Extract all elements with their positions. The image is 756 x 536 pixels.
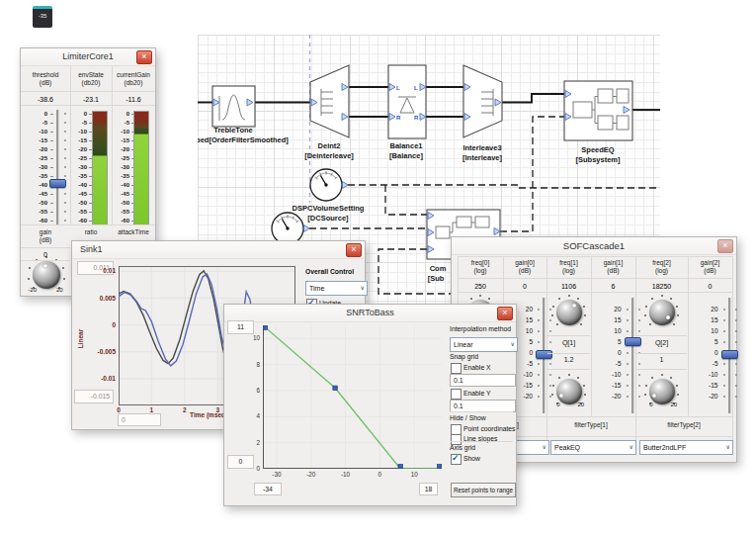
tick-dot bbox=[723, 309, 725, 311]
reset-points-button[interactable]: Reset points to range bbox=[451, 483, 516, 497]
col-unit: (dB) bbox=[21, 79, 70, 87]
block-interleave3[interactable] bbox=[463, 65, 502, 137]
tick-dot bbox=[64, 220, 66, 222]
tick-dot bbox=[538, 341, 540, 343]
curve-line bbox=[263, 325, 442, 469]
filtertype2-dropdown[interactable]: Butter2ndLPF ∨ bbox=[639, 440, 733, 455]
knob[interactable] bbox=[649, 300, 675, 325]
block-deint2[interactable] bbox=[310, 65, 349, 137]
axis-tick-label: 0 bbox=[114, 406, 124, 413]
tick-dot bbox=[627, 330, 629, 332]
envstate-value: -23.1 bbox=[70, 95, 112, 104]
curve-editor-plot[interactable] bbox=[263, 325, 442, 469]
knob-tick-dot bbox=[651, 377, 653, 379]
block-trebletone[interactable] bbox=[212, 86, 255, 127]
close-icon[interactable]: × bbox=[136, 50, 152, 64]
knob[interactable] bbox=[556, 300, 582, 325]
tick-label: -20 bbox=[598, 393, 622, 401]
divider bbox=[21, 91, 155, 92]
gain-slider-thumb[interactable] bbox=[721, 350, 738, 359]
tick-label: -45 bbox=[114, 191, 129, 198]
ymin-field[interactable]: -0.015 bbox=[74, 390, 114, 403]
knob-tick-dot bbox=[580, 323, 582, 325]
divider bbox=[458, 278, 732, 279]
xmin-field[interactable]: -34 bbox=[254, 483, 282, 495]
curve-point[interactable] bbox=[398, 465, 402, 469]
col-value: 0 bbox=[688, 282, 732, 291]
block-speedeq[interactable] bbox=[564, 81, 632, 140]
knob-tick-dot bbox=[28, 278, 30, 280]
tick-mark bbox=[50, 221, 53, 222]
gain-slider-track[interactable] bbox=[631, 298, 634, 413]
tick-dot bbox=[735, 363, 737, 365]
curve-point[interactable] bbox=[263, 325, 267, 329]
divider bbox=[688, 256, 689, 416]
threshold-slider-track[interactable] bbox=[56, 110, 59, 224]
col-value: 6 bbox=[591, 282, 635, 291]
col-unit: (dB) bbox=[591, 267, 635, 275]
tick-label: -35 bbox=[23, 173, 47, 180]
knob-min-label: -20 bbox=[23, 287, 37, 293]
close-icon[interactable]: × bbox=[346, 243, 362, 257]
tick-dot bbox=[627, 363, 629, 365]
ymax-field[interactable]: 11 bbox=[227, 320, 254, 334]
block-balance1[interactable]: L R L R bbox=[388, 65, 426, 138]
enable-y-checkbox[interactable] bbox=[451, 389, 462, 400]
tick-dot bbox=[735, 374, 737, 376]
titlebar[interactable]: SNRToBass × bbox=[224, 305, 516, 322]
titlebar[interactable]: LimiterCore1 × bbox=[21, 48, 155, 66]
tick-dot bbox=[723, 341, 725, 343]
show-checkbox[interactable] bbox=[451, 454, 462, 465]
tick-dot bbox=[64, 202, 66, 204]
titlebar[interactable]: SOFCascade1 × bbox=[452, 237, 736, 255]
tick-dot bbox=[538, 309, 540, 311]
tick-label: -60 bbox=[70, 218, 87, 224]
tick-dot bbox=[538, 385, 540, 387]
divider bbox=[547, 353, 590, 354]
gain-header: gain bbox=[21, 228, 70, 236]
titlebar[interactable]: Sink1 × bbox=[72, 241, 365, 259]
gauge-block[interactable] bbox=[310, 169, 348, 201]
tick-label: -30 bbox=[114, 164, 129, 171]
interp-dropdown[interactable]: Linear ∨ bbox=[450, 337, 518, 352]
divider bbox=[458, 292, 732, 293]
tick-dot bbox=[735, 396, 737, 398]
tick-dot bbox=[64, 131, 66, 133]
col-unit: (log) bbox=[546, 267, 591, 275]
knob-tick-dot bbox=[670, 377, 672, 379]
time-dropdown[interactable]: Time ∨ bbox=[305, 281, 368, 296]
tick-label: -5 bbox=[114, 120, 129, 127]
xmax-field[interactable]: 18 bbox=[419, 483, 438, 495]
divider bbox=[450, 441, 513, 442]
mini-window-badge: -35 bbox=[33, 6, 52, 28]
knob-tick-dot bbox=[661, 374, 663, 376]
xmin-field[interactable]: 0 bbox=[118, 413, 161, 426]
curve-point[interactable] bbox=[333, 386, 337, 390]
ratio-header: ratio bbox=[70, 228, 112, 236]
chevron-down-icon: ∨ bbox=[543, 441, 546, 454]
knob-tick-dot bbox=[577, 298, 579, 300]
tick-label: -20 bbox=[70, 146, 87, 153]
knob-tick-dot bbox=[584, 314, 586, 316]
col-header: gain[1] bbox=[591, 259, 635, 267]
knob-tick-dot bbox=[649, 323, 651, 325]
close-icon[interactable]: × bbox=[717, 239, 733, 253]
q-label: Q[1] bbox=[547, 339, 590, 346]
threshold-slider-thumb[interactable] bbox=[49, 179, 66, 188]
knob-indicator bbox=[559, 394, 563, 398]
knob-tick-dot bbox=[568, 295, 570, 297]
enable-x-checkbox[interactable] bbox=[451, 363, 462, 374]
tick-label: -30 bbox=[70, 164, 87, 171]
tick-mark bbox=[50, 140, 53, 141]
snap-x-field[interactable]: 0.1 bbox=[450, 374, 516, 387]
tick-dot bbox=[64, 122, 66, 124]
tick-label: -60 bbox=[114, 218, 129, 224]
close-icon[interactable]: × bbox=[497, 307, 513, 320]
divider bbox=[450, 411, 513, 412]
knob-tick-dot bbox=[558, 377, 560, 379]
tick-dot bbox=[538, 396, 540, 398]
curve-point[interactable] bbox=[438, 465, 442, 469]
filtertype1-dropdown[interactable]: PeakEQ ∨ bbox=[550, 440, 636, 455]
tick-dot bbox=[538, 374, 540, 376]
tick-dot bbox=[64, 175, 66, 177]
